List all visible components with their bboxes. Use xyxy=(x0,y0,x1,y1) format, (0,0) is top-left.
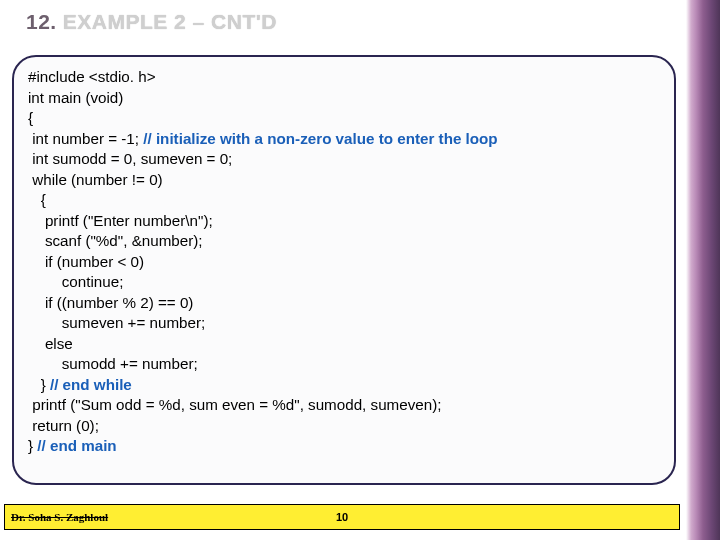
code-line: while (number != 0) xyxy=(28,170,660,191)
code-line: sumodd += number; xyxy=(28,354,660,375)
code-comment: // initialize with a non-zero value to e… xyxy=(143,130,497,147)
code-line: scanf ("%d", &number); xyxy=(28,231,660,252)
footer-bar: Dr. Soha S. Zaghloul 10 xyxy=(4,504,680,530)
footer-page-number: 10 xyxy=(336,511,348,523)
footer-author: Dr. Soha S. Zaghloul xyxy=(5,511,108,523)
code-line: #include <stdio. h> xyxy=(28,67,660,88)
code-line: int main (void) xyxy=(28,88,660,109)
code-line: sumeven += number; xyxy=(28,313,660,334)
code-line: return (0); xyxy=(28,416,660,437)
code-line: if (number < 0) xyxy=(28,252,660,273)
code-comment: // end main xyxy=(37,437,116,454)
code-box: #include <stdio. h> int main (void) { in… xyxy=(12,55,676,485)
code-line: { xyxy=(28,190,660,211)
code-line: printf ("Enter number\n"); xyxy=(28,211,660,232)
code-line: int number = -1; // initialize with a no… xyxy=(28,129,660,150)
code-comment: // end while xyxy=(50,376,132,393)
slide-number: 12. xyxy=(26,10,57,33)
decorative-gradient-strip xyxy=(686,0,720,540)
code-line: else xyxy=(28,334,660,355)
code-line: continue; xyxy=(28,272,660,293)
code-line: if ((number % 2) == 0) xyxy=(28,293,660,314)
code-line: } // end while xyxy=(28,375,660,396)
code-line: int sumodd = 0, sumeven = 0; xyxy=(28,149,660,170)
code-line: { xyxy=(28,108,660,129)
slide-title: 12.EXAMPLE 2 – CNT'D xyxy=(26,10,277,34)
code-line: printf ("Sum odd = %d, sum even = %d", s… xyxy=(28,395,660,416)
slide: 12.EXAMPLE 2 – CNT'D #include <stdio. h>… xyxy=(0,0,720,540)
code-line: } // end main xyxy=(28,436,660,457)
slide-title-text: EXAMPLE 2 – CNT'D xyxy=(63,10,277,33)
